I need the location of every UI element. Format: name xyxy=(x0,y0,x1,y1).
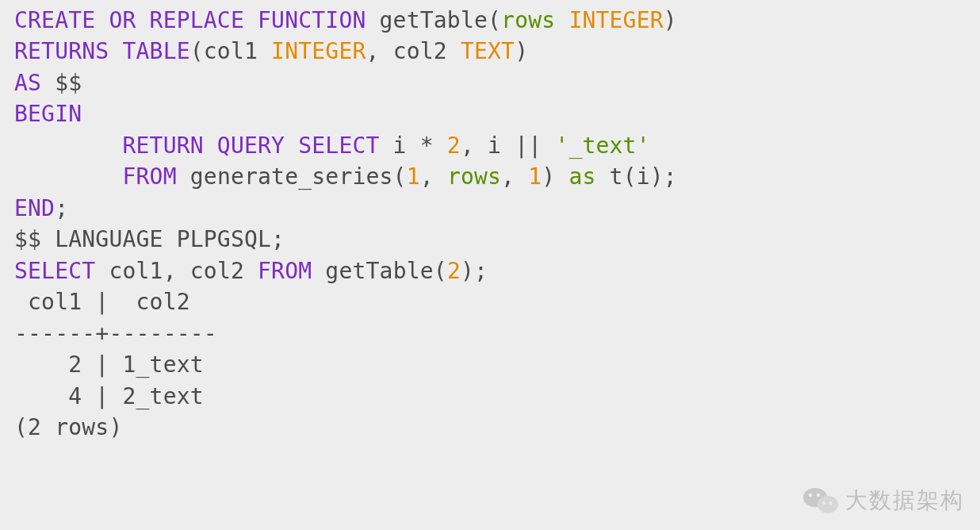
string-literal: '_text' xyxy=(555,132,649,159)
result-row: 2 | 1_text xyxy=(14,351,204,378)
sql-keyword: END xyxy=(14,195,55,221)
expr: i * xyxy=(380,132,447,159)
punct: , xyxy=(501,163,528,190)
sql-keyword: BEGIN xyxy=(14,101,82,127)
column-decl: (col1 xyxy=(190,38,271,64)
func-call: generate_series( xyxy=(177,163,407,190)
sql-keyword: FROM xyxy=(122,163,176,190)
result-header: col1 | col2 xyxy=(14,289,217,315)
sql-keyword: RETURN QUERY SELECT xyxy=(122,132,379,159)
func-call: getTable( xyxy=(312,258,447,284)
type-name: INTEGER xyxy=(271,38,366,64)
result-separator: ------+-------- xyxy=(14,321,217,347)
sql-keyword: CREATE OR REPLACE FUNCTION xyxy=(14,7,366,33)
sql-keyword: as xyxy=(568,163,595,190)
param-name: rows xyxy=(501,7,568,33)
number-literal: 1 xyxy=(407,163,420,190)
type-name: TEXT xyxy=(461,38,515,64)
identifier: rows xyxy=(447,163,501,190)
sql-keyword: RETURNS TABLE xyxy=(14,38,190,64)
svg-point-1 xyxy=(817,496,838,513)
language-decl: $$ LANGUAGE PLPGSQL; xyxy=(14,226,285,252)
punct: ) xyxy=(515,38,528,64)
punct: ) xyxy=(664,7,677,33)
result-footer: (2 rows) xyxy=(14,414,122,440)
wechat-icon xyxy=(802,486,839,516)
number-literal: 1 xyxy=(528,163,542,190)
svg-point-3 xyxy=(817,494,820,497)
watermark: 大数据架构 xyxy=(802,486,964,516)
dollar-quote: $$ xyxy=(41,70,82,96)
punct: ); xyxy=(461,258,488,284)
column-list: col1, col2 xyxy=(95,258,258,284)
expr: , i || xyxy=(461,132,555,159)
type-name: INTEGER xyxy=(568,7,663,33)
sql-keyword: FROM xyxy=(258,258,312,284)
function-name: getTable( xyxy=(366,7,502,33)
column-decl: , col2 xyxy=(366,38,461,64)
code-block: CREATE OR REPLACE FUNCTION getTable(rows… xyxy=(0,0,980,444)
sql-keyword: SELECT xyxy=(14,258,95,284)
watermark-text: 大数据架构 xyxy=(845,486,964,516)
number-literal: 2 xyxy=(447,258,461,284)
indent xyxy=(14,132,122,159)
alias: t(i); xyxy=(596,163,677,190)
svg-point-5 xyxy=(829,501,833,505)
punct: , xyxy=(420,163,447,190)
svg-point-4 xyxy=(822,501,825,505)
svg-point-2 xyxy=(809,494,812,497)
indent xyxy=(14,163,122,190)
punct: ; xyxy=(55,195,68,221)
punct: ) xyxy=(542,163,568,190)
number-literal: 2 xyxy=(447,132,461,159)
sql-keyword: AS xyxy=(14,70,41,96)
result-row: 4 | 2_text xyxy=(14,383,204,409)
